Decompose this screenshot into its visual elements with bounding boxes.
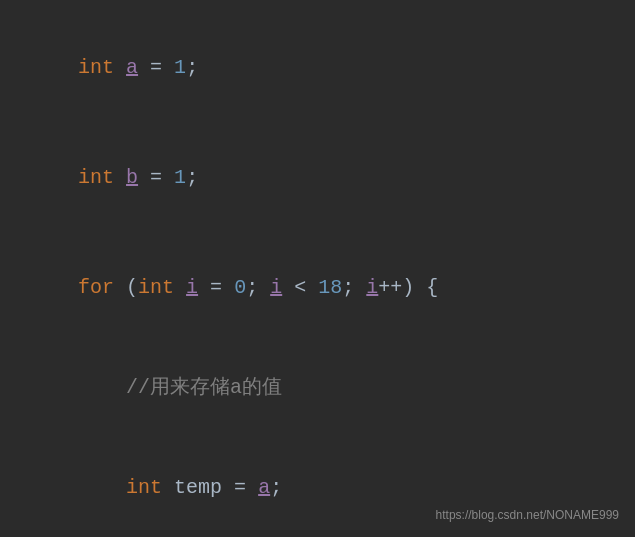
blank-1 (30, 120, 605, 130)
code-container: int a = 1; int b = 1; for (int i = 0; i … (0, 0, 635, 537)
code-line-4: //用来存储a的值 (30, 340, 605, 436)
keyword-for: for (78, 276, 114, 299)
keyword-int3: int (138, 276, 174, 299)
code-line-1: int a = 1; (30, 20, 605, 116)
var-b: b (126, 166, 138, 189)
code-line-2: int b = 1; (30, 130, 605, 226)
keyword-int2: int (78, 166, 114, 189)
comment-1: //用来存储a的值 (126, 376, 282, 399)
watermark: https://blog.csdn.net/NONAME999 (436, 506, 619, 525)
keyword-int4: int (126, 476, 162, 499)
code-line-3: for (int i = 0; i < 18; i++) { (30, 240, 605, 336)
blank-2 (30, 230, 605, 240)
num-1a: 1 (174, 56, 186, 79)
var-a2: a (258, 476, 270, 499)
var-i: i (186, 276, 198, 299)
var-temp: temp (174, 476, 222, 499)
num-1b: 1 (174, 166, 186, 189)
keyword-int: int (78, 56, 114, 79)
var-a: a (126, 56, 138, 79)
